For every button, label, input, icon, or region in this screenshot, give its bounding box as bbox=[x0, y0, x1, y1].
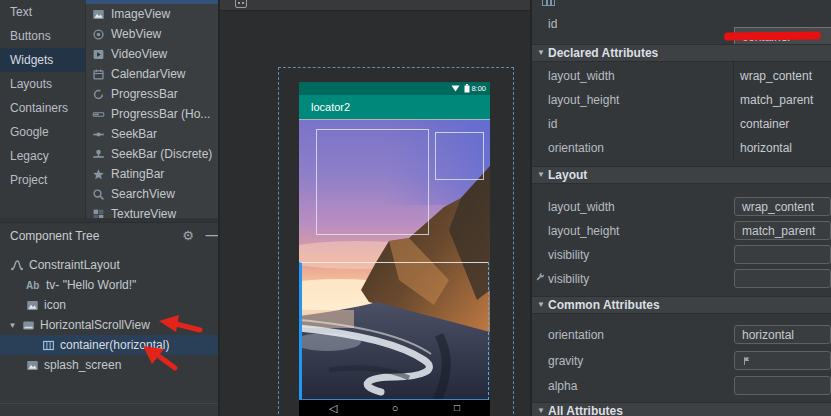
section-all-attributes[interactable]: ▼ All Attributes bbox=[532, 402, 831, 416]
palette-widget-ratingbar[interactable]: RatingBar bbox=[85, 164, 218, 184]
palette-widget-calendarview[interactable]: CalendarView bbox=[85, 64, 218, 84]
palette-widget-imageview[interactable]: ImageView bbox=[85, 4, 218, 24]
navigation-bar: ◁ ○ □ bbox=[299, 400, 490, 416]
attr-label: id bbox=[548, 17, 557, 31]
seekbar-discrete-icon bbox=[92, 148, 105, 161]
palette-category-widgets[interactable]: Widgets bbox=[0, 48, 85, 72]
alpha-input[interactable] bbox=[734, 376, 831, 395]
ratingbar-icon bbox=[92, 168, 105, 181]
wifi-icon bbox=[451, 85, 460, 92]
tree-node-icon[interactable]: icon bbox=[0, 295, 244, 315]
widget-label: CalendarView bbox=[111, 67, 186, 81]
textureview-icon bbox=[92, 208, 105, 219]
view-bounds-large[interactable] bbox=[316, 129, 429, 235]
attr-row: layout_width wrap_content bbox=[532, 195, 831, 218]
tree-node-horizontalscrollview[interactable]: ▼ HorizontalScrollView bbox=[0, 315, 226, 335]
android-studio-layout-editor: Text Buttons Widgets Layouts Containers … bbox=[0, 0, 831, 416]
widget-label: WebView bbox=[111, 27, 161, 41]
horizontal-scrollview-icon bbox=[22, 319, 35, 332]
chevron-down-icon[interactable]: ▼ bbox=[8, 321, 17, 330]
panel-separator bbox=[0, 403, 218, 404]
design-canvas: 8:00 locator2 bbox=[218, 0, 532, 416]
collapse-icon: ▼ bbox=[537, 45, 545, 61]
nav-back-icon[interactable]: ◁ bbox=[325, 400, 341, 416]
attr-row: layout_width wrap_content bbox=[532, 64, 831, 88]
widget-label: RatingBar bbox=[111, 167, 164, 181]
app-bar-title: locator2 bbox=[299, 95, 490, 119]
textview-ab-icon: Ab bbox=[26, 280, 41, 291]
widget-label: SearchView bbox=[111, 187, 175, 201]
gear-icon[interactable]: ⚙ bbox=[180, 223, 196, 249]
nav-home-icon[interactable]: ○ bbox=[387, 400, 403, 416]
layout-height-dropdown[interactable]: match_parent bbox=[734, 221, 831, 240]
attr-row: layout_height match_parent bbox=[532, 88, 831, 112]
attr-value[interactable]: wrap_content bbox=[740, 69, 812, 83]
palette-widget-progressbar[interactable]: ProgressBar bbox=[85, 84, 218, 104]
section-declared-attributes[interactable]: ▼ Declared Attributes bbox=[532, 44, 831, 62]
status-time: 8:00 bbox=[471, 84, 486, 93]
progressbar-horizontal-icon bbox=[92, 108, 105, 121]
tree-node-label: icon bbox=[44, 298, 66, 312]
tree-node-label: splash_screen bbox=[44, 358, 121, 372]
imageview-icon bbox=[92, 8, 105, 21]
component-type-icon bbox=[542, 0, 556, 6]
widget-label: ProgressBar (Ho... bbox=[111, 107, 210, 121]
palette-category-project[interactable]: Project bbox=[0, 168, 85, 192]
collapse-icon: ▼ bbox=[537, 297, 545, 313]
linearlayout-horizontal-icon bbox=[42, 339, 55, 352]
palette-widget-list: ImageView WebView VideoView CalendarView… bbox=[85, 0, 218, 218]
device-icon bbox=[234, 0, 248, 9]
component-tree-header: Component Tree ⚙ — bbox=[0, 223, 218, 249]
attr-row: layout_height match_parent bbox=[532, 219, 831, 242]
palette-category-legacy[interactable]: Legacy bbox=[0, 144, 85, 168]
palette-widget-videoview[interactable]: VideoView bbox=[85, 44, 218, 64]
constraint-layout-icon bbox=[10, 258, 24, 272]
tools-visibility-dropdown[interactable] bbox=[734, 269, 831, 288]
device-preview[interactable]: 8:00 locator2 bbox=[299, 82, 490, 416]
palette-widget-seekbar[interactable]: SeekBar bbox=[85, 124, 218, 144]
palette-category-buttons[interactable]: Buttons bbox=[0, 24, 85, 48]
attr-row: visibility bbox=[532, 267, 831, 290]
searchview-icon bbox=[92, 188, 105, 201]
palette-category-text[interactable]: Text bbox=[0, 0, 85, 24]
preview-image-area[interactable] bbox=[299, 119, 490, 400]
nav-recents-icon[interactable]: □ bbox=[449, 400, 465, 416]
tree-node-splash-screen[interactable]: splash_screen bbox=[0, 355, 244, 375]
palette-widget-seekbar-discrete[interactable]: SeekBar (Discrete) bbox=[85, 144, 218, 164]
orientation-dropdown[interactable]: horizontal bbox=[734, 325, 831, 344]
palette-widget-webview[interactable]: WebView bbox=[85, 24, 218, 44]
layout-width-dropdown[interactable]: wrap_content bbox=[734, 197, 831, 216]
flag-icon bbox=[742, 355, 752, 367]
section-common-attributes[interactable]: ▼ Common Attributes bbox=[532, 296, 831, 314]
widget-label: SeekBar bbox=[111, 127, 157, 141]
seekbar-icon bbox=[92, 128, 105, 141]
component-tree-title: Component Tree bbox=[10, 223, 99, 249]
attr-row: gravity bbox=[532, 349, 831, 372]
tree-node-constraintlayout[interactable]: ConstraintLayout bbox=[0, 255, 228, 275]
attr-value[interactable]: container bbox=[740, 117, 789, 131]
widget-label: ProgressBar bbox=[111, 87, 178, 101]
attr-value[interactable]: horizontal bbox=[740, 141, 792, 155]
widget-label: VideoView bbox=[111, 47, 167, 61]
battery-icon bbox=[464, 84, 470, 93]
tree-node-textview[interactable]: Ab tv- "Hello World!" bbox=[0, 275, 244, 295]
component-tree-panel: Component Tree ⚙ — ConstraintLayout Ab t… bbox=[0, 222, 218, 416]
visibility-dropdown[interactable] bbox=[734, 245, 831, 264]
tree-node-label: tv- "Hello World!" bbox=[46, 278, 136, 292]
selected-container-bounds[interactable] bbox=[299, 262, 489, 400]
widget-label: SeekBar (Discrete) bbox=[111, 147, 212, 161]
palette-category-containers[interactable]: Containers bbox=[0, 96, 85, 120]
attr-row: orientation horizontal bbox=[532, 323, 831, 346]
view-bounds-small[interactable] bbox=[435, 132, 484, 180]
section-layout[interactable]: ▼ Layout bbox=[532, 166, 831, 184]
gravity-flags-field[interactable] bbox=[734, 351, 831, 370]
palette-category-layouts[interactable]: Layouts bbox=[0, 72, 85, 96]
attr-row: id container bbox=[532, 112, 831, 136]
status-bar: 8:00 bbox=[299, 82, 490, 95]
palette-widget-progressbar-horizontal[interactable]: ProgressBar (Ho... bbox=[85, 104, 218, 124]
palette-category-google[interactable]: Google bbox=[0, 120, 85, 144]
palette-widget-textureview[interactable]: TextureView bbox=[85, 204, 218, 218]
palette-divider bbox=[85, 0, 86, 218]
palette-widget-searchview[interactable]: SearchView bbox=[85, 184, 218, 204]
attr-value[interactable]: match_parent bbox=[740, 93, 813, 107]
